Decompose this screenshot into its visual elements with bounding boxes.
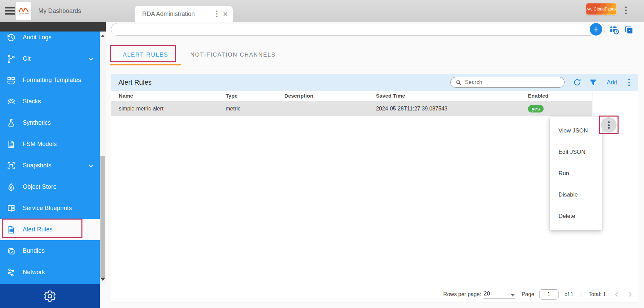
cell-saved-time: 2024-05-28T11:27:39.087543 <box>376 106 528 112</box>
tab-notification-channels[interactable]: NOTIFICATION CHANNELS <box>181 44 285 65</box>
rows-per-page-select[interactable]: 20 <box>484 290 515 299</box>
page-input[interactable] <box>539 289 558 300</box>
sidebar-item-label: Object Store <box>23 183 57 190</box>
sidebar-item-formatting-templates[interactable]: Formatting Templates <box>0 69 100 91</box>
filter-icon[interactable] <box>589 78 597 86</box>
chevron-down-icon[interactable] <box>88 162 94 169</box>
sidebar-item-label: Formatting Templates <box>23 77 81 84</box>
git-branch-icon <box>6 54 16 64</box>
copy-dashboard-icon[interactable] <box>624 25 634 35</box>
refresh-icon[interactable] <box>573 78 582 87</box>
table-search-input[interactable] <box>465 79 560 85</box>
sidebar-item-label: FSM Models <box>23 141 57 148</box>
sidebar-item-git[interactable]: Git <box>0 48 100 69</box>
sidebar-item-label: Snapshots <box>23 162 52 169</box>
tab-label: ALERT RULES <box>123 52 168 58</box>
snapshots-icon <box>6 161 16 170</box>
sidebar-item-bundles[interactable]: Bundles <box>0 240 100 262</box>
sidebar-item-label: Alert Rules <box>23 226 53 233</box>
select-caret-icon <box>511 294 515 296</box>
sidebar-item-service-blueprints[interactable]: Service Blueprints <box>0 198 100 219</box>
total-label: Total: 1 <box>588 291 606 297</box>
sidebar-item-fsm-models[interactable]: FSM Models <box>0 134 100 155</box>
sidebar-item-stacks[interactable]: Stacks <box>0 91 100 112</box>
prev-page-icon[interactable] <box>613 291 620 297</box>
pagination-divider: | <box>580 291 582 297</box>
cloudfabrix-logo[interactable]: CloudFabrix <box>16 2 31 20</box>
next-page-icon[interactable] <box>627 291 633 297</box>
kebab-icon <box>608 121 610 129</box>
sidebar-scrollbar[interactable] <box>100 32 106 284</box>
add-alert-rule-button[interactable]: Add <box>607 79 617 86</box>
sidebar-item-snapshots[interactable]: Snapshots <box>0 155 100 176</box>
menu-item-run[interactable]: Run <box>550 163 602 184</box>
column-header-actions <box>592 91 638 101</box>
sidebar-item-synthetics[interactable]: Synthetics <box>0 112 100 134</box>
tab-alert-rules[interactable]: ALERT RULES <box>110 44 181 65</box>
sidebar-item-label: Service Blueprints <box>23 205 72 212</box>
tab-menu-icon[interactable] <box>216 11 217 17</box>
logo-mark-icon <box>19 7 29 12</box>
pagination: Rows per page: 20 Page of 1 | Total: 1 <box>443 289 633 300</box>
add-dashboard-button[interactable]: + <box>590 23 602 36</box>
brand-logo-icon <box>586 7 592 11</box>
table-search[interactable] <box>450 77 565 88</box>
table-header: Name Type Description Saved Time Enabled <box>111 91 638 101</box>
scroll-down-icon[interactable] <box>101 278 105 281</box>
tab-title: RDA Administration <box>142 11 216 18</box>
flame-icon <box>6 182 16 192</box>
panel-toolbar: Add <box>450 77 630 88</box>
row-actions-kebab-button[interactable] <box>601 117 617 133</box>
rows-per-page-value: 20 <box>484 290 490 297</box>
top-bar: CloudFabrix My Dashboards RDA Administra… <box>0 0 644 22</box>
panel-menu-icon[interactable] <box>628 79 630 86</box>
sidebar-item-network[interactable]: Network <box>0 262 100 283</box>
blueprint-book-icon <box>6 204 16 213</box>
stacks-icon <box>6 97 16 106</box>
topbar-divider <box>96 2 96 20</box>
dashboard-search-input[interactable] <box>111 23 605 36</box>
menu-item-disable[interactable]: Disable <box>550 184 602 205</box>
cell-type: metric <box>226 106 284 112</box>
column-header-description: Description <box>284 93 376 99</box>
rows-per-page-label: Rows per page: <box>443 291 481 297</box>
tab-label: NOTIFICATION CHANNELS <box>190 52 276 58</box>
menu-item-view-json[interactable]: View JSON <box>550 120 602 141</box>
report-history-icon[interactable] <box>609 25 619 35</box>
sidebar-item-label: Bundles <box>23 247 45 254</box>
tab-rda-administration[interactable]: RDA Administration × <box>135 6 233 22</box>
hamburger-menu-icon[interactable] <box>5 7 15 16</box>
table-row[interactable]: simple-metric-alert metric 2024-05-28T11… <box>111 101 638 116</box>
sidebar-item-audit-logs[interactable]: Audit Logs <box>0 32 100 48</box>
logo-caption: CloudFabrix <box>18 13 30 15</box>
settings-gear-icon[interactable] <box>43 289 57 303</box>
document-icon <box>6 225 16 234</box>
flask-icon <box>6 118 16 128</box>
main-content: + ALERT RULES NOTIFICATION CHANNELS <box>106 22 644 308</box>
panel-title: Alert Rules <box>118 79 152 86</box>
bundles-check-icon <box>6 246 16 256</box>
content-tabs: ALERT RULES NOTIFICATION CHANNELS <box>110 44 639 65</box>
tab-close-icon[interactable]: × <box>223 11 228 17</box>
history-icon <box>6 33 16 42</box>
my-dashboards-label[interactable]: My Dashboards <box>38 0 81 22</box>
topbar-menu-icon[interactable] <box>625 6 627 14</box>
page-label: Page <box>522 291 534 297</box>
sidebar-item-label: Synthetics <box>23 119 51 126</box>
panel-header: Alert Rules <box>111 74 638 91</box>
row-actions-menu: View JSON Edit JSON Run Disable Delete <box>550 117 602 230</box>
sidebar-footer <box>0 284 100 308</box>
sidebar-item-alert-rules[interactable]: Alert Rules <box>0 219 100 240</box>
sidebar-item-label: Git <box>23 55 31 62</box>
menu-item-edit-json[interactable]: Edit JSON <box>550 141 602 163</box>
document-icon <box>6 140 16 149</box>
cloudfabrix-brand-button[interactable]: CloudFabrix <box>586 3 617 15</box>
scrollbar-thumb[interactable] <box>100 156 105 278</box>
menu-item-delete[interactable]: Delete <box>550 205 602 227</box>
column-header-enabled: Enabled <box>528 93 592 99</box>
sidebar-top-band <box>0 22 106 32</box>
enabled-badge: yes <box>528 105 544 112</box>
chevron-down-icon[interactable] <box>88 56 94 62</box>
sidebar-item-object-store[interactable]: Object Store <box>0 176 100 198</box>
scroll-up-icon[interactable] <box>101 35 105 37</box>
